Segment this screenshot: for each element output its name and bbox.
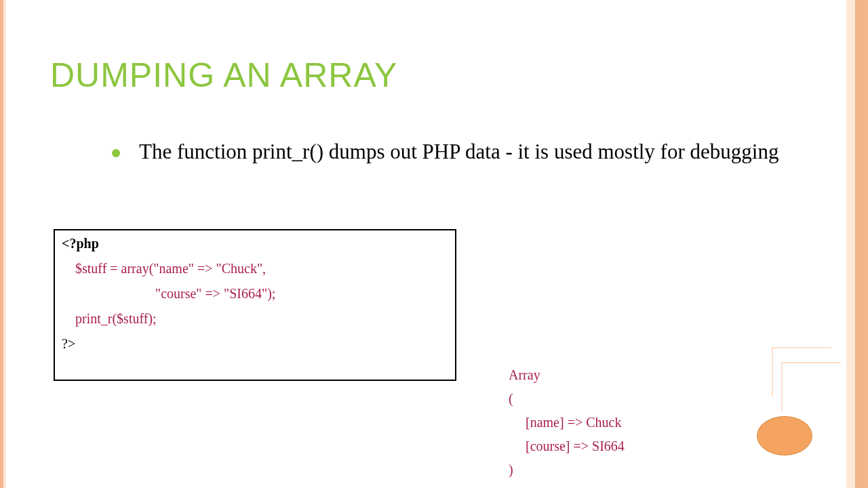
left-decorative-stripe xyxy=(0,0,6,488)
code-line-3: print_r($stuff); xyxy=(75,311,448,327)
decorative-corner-bracket-inner xyxy=(781,362,841,411)
bullet-marker-icon xyxy=(112,149,120,157)
code-open-tag: <?php xyxy=(62,236,448,251)
code-line-2: "course" => "SI664"); xyxy=(155,286,448,302)
output-line-2: ( xyxy=(509,387,625,411)
output-line-3: [name] => Chuck xyxy=(526,411,625,434)
right-decorative-stripe xyxy=(846,0,868,488)
decorative-ellipse-icon xyxy=(757,416,812,455)
output-block: Array ( [name] => Chuck [course] => SI66… xyxy=(509,363,625,482)
output-line-5: ) xyxy=(509,458,625,482)
output-line-1: Array xyxy=(509,363,625,387)
code-close-tag: ?> xyxy=(62,336,448,352)
bullet-text: The function print_r() dumps out PHP dat… xyxy=(139,138,824,166)
code-example-box: <?php $stuff = array("name" => "Chuck", … xyxy=(54,229,456,381)
output-line-4: [course] => SI664 xyxy=(526,434,625,458)
slide-title: DUMPING AN ARRAY xyxy=(50,56,397,95)
code-line-1: $stuff = array("name" => "Chuck", xyxy=(75,261,448,277)
